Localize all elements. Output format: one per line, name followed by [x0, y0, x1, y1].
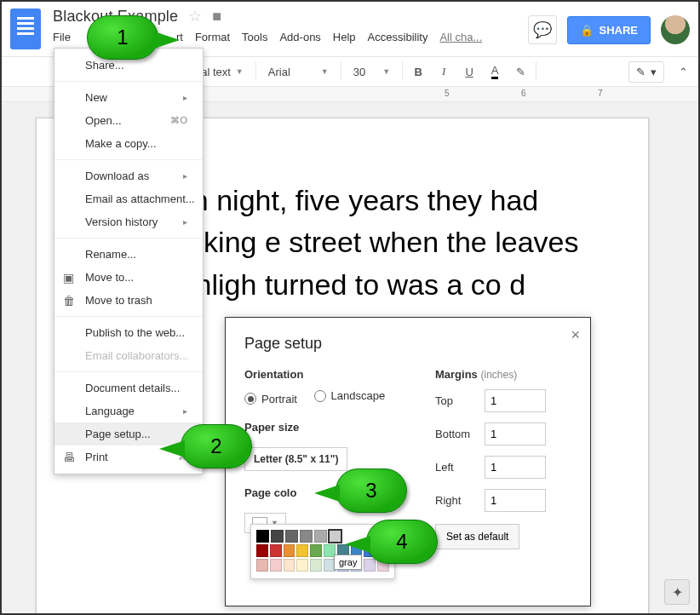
comments-icon[interactable]: 💬 [528, 15, 557, 44]
swatch[interactable] [296, 559, 308, 572]
menu-tools[interactable]: Tools [242, 31, 267, 43]
menu-format[interactable]: Format [195, 31, 230, 43]
share-label: SHARE [599, 24, 638, 37]
margin-bottom-label: Bottom [435, 428, 476, 440]
menu-move-to[interactable]: ▣Move to... [55, 266, 203, 289]
pencil-icon: ✎ [636, 66, 645, 78]
menu-move-trash[interactable]: 🗑Move to trash [55, 289, 203, 312]
folder-icon[interactable]: ■ [212, 8, 221, 26]
ruler-tick: 7 [598, 89, 603, 98]
lock-icon: 🔒 [580, 24, 594, 37]
font-size-select[interactable]: 30▼ [345, 66, 399, 78]
paper-size-label: Paper size [244, 421, 435, 434]
share-button[interactable]: 🔒 SHARE [567, 16, 651, 44]
margin-top-label: Top [435, 394, 476, 407]
menu-download[interactable]: Download as▸ [55, 164, 203, 187]
menu-accessibility[interactable]: Accessibility [368, 31, 428, 43]
menu-language[interactable]: Language▸ [55, 399, 203, 422]
swatch-black[interactable] [256, 530, 269, 543]
swatch-darkgray1[interactable] [314, 530, 327, 543]
margin-top-input[interactable] [485, 389, 546, 412]
radio-portrait[interactable]: Portrait [244, 393, 297, 405]
margin-right-label: Right [435, 494, 476, 507]
menu-help[interactable]: Help [333, 31, 356, 43]
menu-email-collab: Email collaborators... [55, 344, 203, 367]
dialog-title: Page setup [244, 335, 571, 353]
folder-icon: ▣ [63, 271, 74, 285]
bold-button[interactable]: B [406, 60, 430, 83]
menu-file[interactable]: File [53, 31, 71, 43]
font-select[interactable]: Arial▼ [260, 66, 337, 78]
callout-4: 4 [366, 520, 438, 564]
margin-bottom-input[interactable] [485, 422, 546, 445]
highlight-button[interactable]: ✎ [508, 60, 532, 83]
swatch[interactable] [310, 559, 322, 572]
margins-label: Margins (inches) [435, 368, 571, 381]
docs-app-icon[interactable] [10, 9, 41, 49]
menu-make-copy[interactable]: Make a copy... [55, 132, 203, 155]
swatch-gray[interactable] [329, 530, 341, 543]
menu-addons[interactable]: Add-ons [279, 31, 320, 43]
print-icon: 🖶 [63, 451, 75, 464]
swatch[interactable] [296, 544, 308, 557]
close-icon[interactable]: × [571, 326, 580, 344]
italic-button[interactable]: I [432, 60, 456, 83]
swatch[interactable] [284, 559, 295, 572]
menu-doc-details[interactable]: Document details... [55, 376, 203, 399]
callout-3: 3 [336, 468, 407, 513]
margin-right-input[interactable] [485, 489, 546, 512]
margin-left-label: Left [435, 461, 476, 474]
swatch-darkgray4[interactable] [271, 530, 284, 543]
swatch[interactable] [256, 544, 268, 557]
paper-size-select[interactable]: Letter (8.5" x 11") [244, 447, 347, 471]
radio-landscape[interactable]: Landscape [314, 389, 386, 402]
set-default-button[interactable]: Set as default [435, 524, 519, 549]
swatch[interactable] [270, 544, 282, 557]
swatch-tooltip: gray [334, 555, 362, 570]
avatar[interactable] [661, 15, 690, 44]
expand-up-icon[interactable]: ⌃ [671, 60, 695, 83]
trash-icon: 🗑 [63, 294, 75, 308]
underline-button[interactable]: U [457, 60, 481, 83]
swatch-darkgray3[interactable] [285, 530, 298, 543]
editing-mode-button[interactable]: ✎▾ [628, 61, 664, 83]
swatch[interactable] [310, 544, 322, 557]
menu-all-changes[interactable]: All cha... [439, 31, 482, 43]
margin-left-input[interactable] [485, 456, 546, 479]
swatch[interactable] [284, 544, 295, 557]
swatch[interactable] [256, 559, 268, 572]
file-menu-dropdown: Share... New▸ Open...⌘O Make a copy... D… [54, 48, 204, 474]
callout-1: 1 [87, 15, 158, 60]
menu-publish[interactable]: Publish to the web... [55, 321, 203, 344]
callout-2: 2 [181, 424, 252, 468]
explore-icon[interactable]: ✦ [664, 579, 690, 605]
star-icon[interactable]: ☆ [188, 7, 202, 26]
menu-new[interactable]: New▸ [55, 86, 203, 109]
ruler-tick: 6 [521, 89, 526, 98]
text-color-button[interactable]: A [483, 60, 507, 83]
ruler-tick: 5 [445, 89, 450, 98]
swatch-darkgray2[interactable] [300, 530, 313, 543]
menu-email-attachment[interactable]: Email as attachment... [55, 187, 203, 210]
menu-version-history[interactable]: Version history▸ [55, 210, 203, 233]
menu-open[interactable]: Open...⌘O [55, 109, 203, 132]
orientation-label: Orientation [244, 368, 435, 381]
swatch[interactable] [270, 559, 282, 572]
menu-rename[interactable]: Rename... [55, 243, 203, 266]
